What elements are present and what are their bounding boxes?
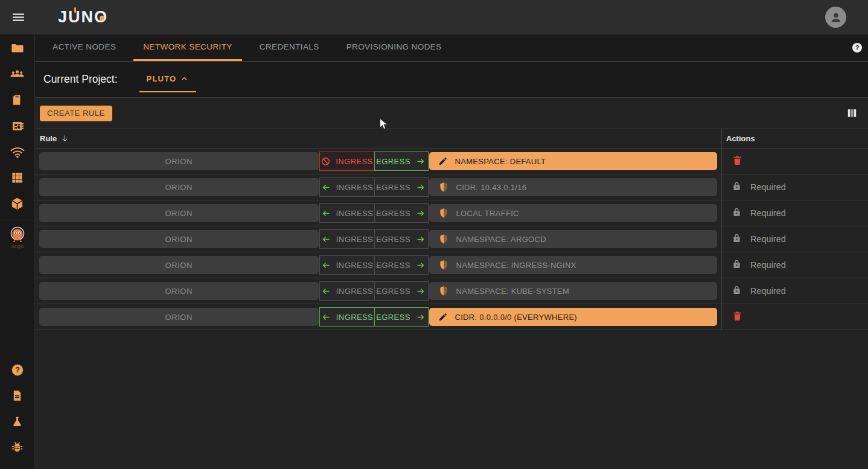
delete-rule-button[interactable]: [732, 310, 743, 324]
rule-target-text: NAMESPACE: KUBE-SYSTEM: [456, 287, 570, 296]
rule-name: ORION: [165, 235, 193, 244]
sidebar-item-argo[interactable]: argo: [0, 225, 34, 252]
sidebar-item-package-cube[interactable]: [0, 192, 34, 218]
memory-icon: [10, 119, 25, 136]
tab-provisioning-nodes[interactable]: PROVISIONING NODES: [337, 34, 452, 61]
flask-icon: [11, 415, 24, 430]
folder-icon: [10, 41, 24, 57]
tab-bar: ACTIVE NODESNETWORK SECURITYCREDENTIALSP…: [35, 34, 868, 62]
egress-badge[interactable]: EGRESS: [374, 203, 429, 223]
ingress-badge[interactable]: INGRESS: [319, 229, 375, 249]
user-avatar[interactable]: [825, 7, 846, 28]
egress-badge[interactable]: EGRESS: [374, 152, 429, 171]
tab-active-nodes[interactable]: ACTIVE NODES: [43, 34, 126, 61]
rule-target-text: NAMESPACE: INGRESS-NGINX: [456, 261, 576, 270]
project-select-dropdown[interactable]: PLUTO: [139, 67, 197, 92]
create-rule-button[interactable]: CREATE RULE: [40, 106, 112, 121]
rule-target-text: LOCAL TRAFFIC: [456, 209, 519, 218]
chevron-up-icon: [180, 74, 189, 83]
rule-target-pill[interactable]: LOCAL TRAFFIC: [429, 204, 718, 222]
ingress-badge[interactable]: INGRESS: [319, 307, 375, 327]
juno-logo: JUNO: [58, 7, 108, 28]
egress-label: EGRESS: [376, 209, 410, 218]
rule-target-pill[interactable]: CIDR: 10.43.0.1/16: [429, 178, 718, 196]
egress-badge[interactable]: EGRESS: [374, 307, 429, 327]
sim-card-icon: [11, 93, 24, 109]
egress-label: EGRESS: [376, 235, 410, 244]
ingress-badge[interactable]: INGRESS: [319, 177, 375, 197]
ingress-badge[interactable]: INGRESS: [319, 281, 375, 301]
rule-name-pill[interactable]: ORION: [39, 204, 319, 222]
arrow-left-icon: [321, 261, 331, 270]
tab-network-security[interactable]: NETWORK SECURITY: [133, 34, 241, 61]
columns-icon[interactable]: [846, 107, 858, 120]
rule-target-pill[interactable]: NAMESPACE: ARGOCD: [429, 230, 718, 248]
arrow-left-icon: [321, 183, 331, 192]
rule-target-pill[interactable]: CIDR: 0.0.0.0/0 (EVERYWHERE): [429, 308, 718, 326]
ingress-label: INGRESS: [336, 209, 373, 218]
ingress-label: INGRESS: [336, 287, 373, 296]
direction-badges: INGRESSEGRESS: [319, 229, 429, 249]
sidebar-item-memory[interactable]: [0, 114, 34, 140]
shield-icon: [438, 286, 449, 296]
sidebar-item-apps-grid[interactable]: [0, 166, 34, 192]
egress-label: EGRESS: [376, 157, 410, 166]
rule-name-pill[interactable]: ORION: [39, 308, 319, 326]
package-cube-icon: [10, 197, 24, 213]
rule-name-pill[interactable]: ORION: [39, 152, 319, 170]
ingress-label: INGRESS: [336, 261, 373, 270]
help-circle-icon[interactable]: ?: [851, 42, 863, 54]
egress-badge[interactable]: EGRESS: [374, 281, 429, 301]
arrow-right-icon: [415, 157, 426, 166]
egress-badge[interactable]: EGRESS: [374, 255, 429, 275]
arrow-left-icon: [321, 313, 331, 322]
sidebar-item-help[interactable]: ?: [0, 358, 34, 384]
groups-icon: [10, 66, 25, 84]
table-row: ORIONINGRESSEGRESSNAMESPACE: ARGOCDRequi…: [35, 226, 868, 252]
ingress-badge[interactable]: INGRESS: [319, 203, 375, 223]
table-row: ORIONINGRESSEGRESSCIDR: 10.43.0.1/16Requ…: [35, 174, 868, 200]
rules-table-body: ORIONINGRESSEGRESSNAMESPACE: DEFAULTORIO…: [35, 148, 868, 330]
rule-target-pill[interactable]: NAMESPACE: KUBE-SYSTEM: [429, 282, 718, 300]
rule-name-pill[interactable]: ORION: [39, 230, 319, 248]
tab-credentials[interactable]: CREDENTIALS: [250, 34, 329, 61]
sidebar-item-folder[interactable]: [0, 36, 34, 62]
no-entry-icon: [321, 156, 331, 167]
ingress-badge[interactable]: INGRESS: [319, 255, 375, 275]
lock-icon: [732, 284, 742, 298]
network-security-panel: CREATE RULE Rule Actions ORIONINGRESSEGR…: [35, 98, 868, 469]
rule-name-pill[interactable]: ORION: [39, 256, 319, 274]
rule-name-pill[interactable]: ORION: [39, 282, 319, 300]
column-header-rule[interactable]: Rule: [40, 134, 57, 143]
rule-cell: ORIONINGRESSEGRESSNAMESPACE: INGRESS-NGI…: [35, 252, 721, 278]
sidebar-item-sim-card[interactable]: [0, 88, 34, 114]
rule-name: ORION: [165, 183, 193, 192]
actions-cell: Required: [721, 200, 868, 226]
rule-cell: ORIONINGRESSEGRESSCIDR: 0.0.0.0/0 (EVERY…: [35, 304, 721, 330]
egress-badge[interactable]: EGRESS: [374, 177, 429, 197]
trash-icon: [732, 310, 743, 324]
menu-icon[interactable]: [10, 9, 27, 26]
arrow-right-icon: [415, 287, 426, 296]
actions-cell: Required: [721, 174, 868, 200]
rule-name: ORION: [165, 209, 193, 218]
ingress-badge[interactable]: INGRESS: [319, 152, 375, 171]
help-icon: ?: [11, 363, 24, 379]
sidebar-item-bug[interactable]: [0, 436, 34, 462]
rule-name: ORION: [165, 157, 193, 166]
wifi-icon: [10, 144, 25, 162]
sort-descending-icon[interactable]: [60, 134, 69, 143]
sidebar-item-groups[interactable]: [0, 62, 34, 88]
sidebar-item-document[interactable]: [0, 384, 34, 410]
rule-name-pill[interactable]: ORION: [39, 178, 319, 196]
rule-target-pill[interactable]: NAMESPACE: INGRESS-NGINX: [429, 256, 718, 274]
egress-badge[interactable]: EGRESS: [374, 229, 429, 249]
rule-target-pill[interactable]: NAMESPACE: DEFAULT: [429, 152, 718, 170]
actions-cell: Required: [721, 226, 868, 252]
sidebar-item-flask[interactable]: [0, 410, 34, 436]
arrow-right-icon: [415, 209, 426, 218]
sidebar-divider: [0, 220, 34, 220]
svg-text:?: ?: [855, 44, 860, 51]
sidebar-item-wifi[interactable]: [0, 140, 34, 166]
delete-rule-button[interactable]: [732, 154, 743, 168]
